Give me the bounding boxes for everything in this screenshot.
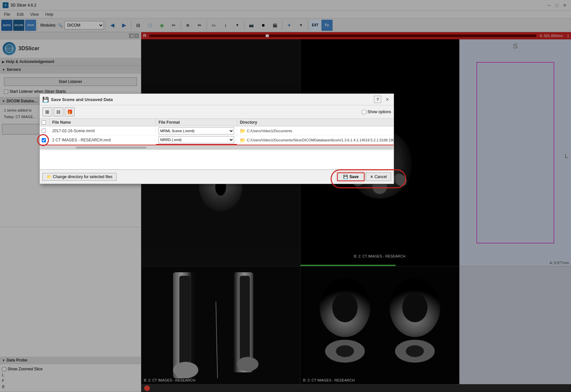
row-1-dir-icon: 📁 <box>240 128 245 134</box>
table-row: 2 CT IMAGES - RESEARCH.nrrd NRRD (.nrrd)… <box>40 135 394 145</box>
dialog-controls[interactable]: ? ✕ <box>374 96 391 103</box>
dialog-close-button[interactable]: ✕ <box>384 96 391 103</box>
dialog-toolbar-left: ⊞ ⊟ 🎁 <box>42 107 75 116</box>
change-dir-icon: 📁 <box>47 175 52 179</box>
select-all-checkbox[interactable] <box>42 120 46 125</box>
dialog-title-bar: 💾 Save Scene and Unsaved Data ? ✕ <box>40 94 394 105</box>
col-check-header <box>40 119 50 126</box>
dialog-help-button[interactable]: ? <box>374 96 381 103</box>
dialog-title-text: Save Scene and Unsaved Data <box>51 97 113 102</box>
row-2-format[interactable]: NRRD (.nrrd) <box>156 135 237 145</box>
row-2-dir: 📁 C:/Users/Video1/Documents/SlicerDICOMD… <box>237 136 394 144</box>
dialog-gift-btn[interactable]: 🎁 <box>65 107 75 116</box>
row-1-dir-text: C:/Users/Video1/Documents <box>247 129 292 133</box>
dialog-empty-area <box>40 150 394 170</box>
col-dir-header: Directory <box>237 119 394 126</box>
row-2-dir-icon: 📁 <box>240 137 245 143</box>
row-2-checkbox[interactable] <box>42 138 46 142</box>
save-icon: 💾 <box>343 175 348 179</box>
dialog-table-body: 2017-02-16-Scene.mrml MRML Scene (.mrml)… <box>40 126 394 145</box>
dialog-scrollbar[interactable] <box>40 145 394 150</box>
dialog-grid-btn[interactable]: ⊞ <box>42 107 52 116</box>
change-dir-label: Change directory for selected files <box>53 175 112 179</box>
show-options-label[interactable]: Show options <box>362 110 391 114</box>
row-2-format-select[interactable]: NRRD (.nrrd) <box>159 136 234 143</box>
row-1-check <box>40 127 50 134</box>
col-format-header: File Format <box>156 119 237 126</box>
save-button[interactable]: 💾 Save <box>337 173 364 181</box>
dialog-deselect-btn[interactable]: ⊟ <box>54 107 63 116</box>
save-dialog: 💾 Save Scene and Unsaved Data ? ✕ ⊞ ⊟ 🎁 … <box>39 93 394 184</box>
dialog-toolbar: ⊞ ⊟ 🎁 Show options <box>40 105 394 119</box>
change-dir-button[interactable]: 📁 Change directory for selected files <box>42 173 117 181</box>
table-row: 2017-02-16-Scene.mrml MRML Scene (.mrml)… <box>40 126 394 135</box>
row-1-checkbox[interactable] <box>42 129 46 133</box>
dialog-table-header: File Name File Format Directory <box>40 119 394 126</box>
cancel-button[interactable]: ✕ Cancel <box>366 173 391 181</box>
cancel-label: Cancel <box>375 175 387 179</box>
col-filename-header: File Name <box>50 119 156 126</box>
dialog-title-icon: 💾 <box>42 96 49 103</box>
show-options-text: Show options <box>367 110 391 114</box>
row-1-dir: 📁 C:/Users/Video1/Documents <box>237 127 394 135</box>
modal-overlay: 💾 Save Scene and Unsaved Data ? ✕ ⊞ ⊟ 🎁 … <box>0 0 571 392</box>
row-2-dir-text: C:/Users/Video1/Documents/SlicerDICOMDat… <box>247 138 394 142</box>
show-options-checkbox[interactable] <box>362 110 366 114</box>
row-2-check <box>40 137 50 144</box>
dialog-action-buttons: 💾 Save ✕ Cancel <box>337 173 391 181</box>
row-1-format-select[interactable]: MRML Scene (.mrml) <box>159 127 234 134</box>
dialog-title-left: 💾 Save Scene and Unsaved Data <box>42 96 113 103</box>
row-1-filename: 2017-02-16-Scene.mrml <box>50 127 156 134</box>
dialog-footer: 📁 Change directory for selected files 💾 … <box>40 170 394 184</box>
row-2-filename: 2 CT IMAGES - RESEARCH.nrrd <box>50 136 156 144</box>
scrollbar-thumb[interactable] <box>76 147 146 149</box>
row-1-format[interactable]: MRML Scene (.mrml) <box>156 127 237 135</box>
cancel-x-icon: ✕ <box>370 175 373 179</box>
save-label: Save <box>349 175 359 179</box>
scrollbar-track[interactable] <box>40 146 393 149</box>
